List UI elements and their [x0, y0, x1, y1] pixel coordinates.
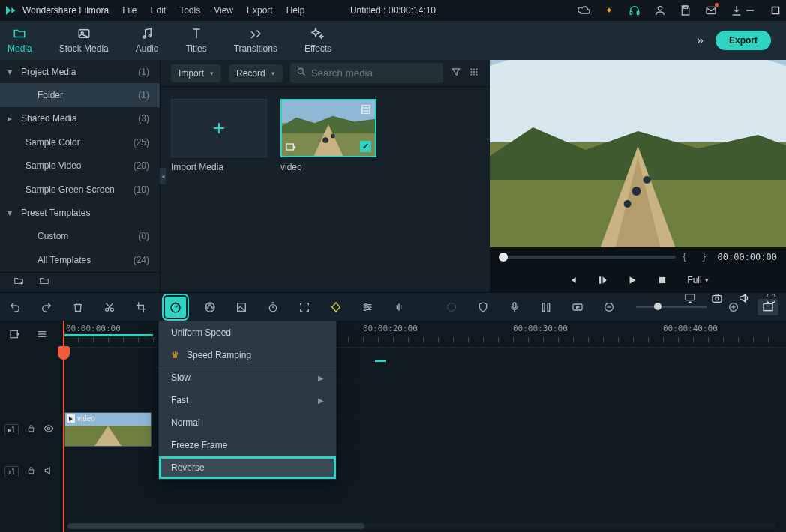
- marker-target-icon[interactable]: [444, 300, 459, 315]
- export-button[interactable]: Export: [716, 31, 771, 50]
- search-input[interactable]: [311, 67, 437, 79]
- play-pause-icon[interactable]: [597, 275, 608, 285]
- eye-icon[interactable]: [44, 423, 54, 436]
- render-icon[interactable]: [570, 300, 585, 315]
- scrollbar-thumb[interactable]: [68, 523, 364, 529]
- mic-icon[interactable]: [507, 300, 522, 315]
- speed-icon[interactable]: [165, 297, 186, 318]
- playhead-handle[interactable]: [58, 346, 70, 360]
- speed-menu-freeze[interactable]: Freeze Frame: [159, 434, 336, 456]
- menu-export[interactable]: Export: [247, 5, 273, 16]
- download-icon[interactable]: [730, 4, 742, 16]
- filter-icon[interactable]: [451, 67, 461, 79]
- collapse-handle[interactable]: ◂: [160, 168, 166, 184]
- seek-track[interactable]: [499, 256, 676, 259]
- tab-titles[interactable]: Titles: [185, 27, 206, 54]
- sidebar-item-shared-media[interactable]: ▸ Shared Media (3): [0, 107, 160, 130]
- timer-icon[interactable]: [266, 300, 280, 315]
- sidebar-item-sample-green-screen[interactable]: Sample Green Screen (10): [0, 178, 160, 201]
- menu-file[interactable]: File: [122, 5, 136, 16]
- timeline-scrollbar[interactable]: [68, 523, 776, 529]
- add-folder-icon[interactable]: [14, 276, 24, 288]
- speed-menu-uniform[interactable]: Uniform Speed: [159, 321, 336, 344]
- user-icon[interactable]: [654, 4, 666, 16]
- cloud-icon[interactable]: [578, 4, 590, 16]
- snapshot-icon[interactable]: [711, 292, 723, 304]
- menu-view[interactable]: View: [214, 5, 233, 16]
- zoom-knob[interactable]: [654, 303, 662, 310]
- window-maximize[interactable]: [771, 6, 780, 15]
- speed-menu-slow[interactable]: Slow ▶: [159, 366, 336, 389]
- volume-icon[interactable]: [738, 292, 750, 304]
- autoframe-icon[interactable]: [297, 300, 312, 315]
- audio-wave-icon[interactable]: [392, 300, 406, 315]
- adjust-icon[interactable]: [360, 300, 375, 315]
- sidebar-item-all-templates[interactable]: All Templates (24): [0, 248, 160, 271]
- sidebar-item-sample-video[interactable]: Sample Video (20): [0, 154, 160, 178]
- folder-icon[interactable]: [39, 276, 50, 288]
- tab-effects[interactable]: Effects: [304, 27, 332, 54]
- keyframe-icon[interactable]: [328, 300, 344, 315]
- menu-tools[interactable]: Tools: [179, 5, 200, 16]
- lock-icon[interactable]: [26, 423, 36, 435]
- window-minimize[interactable]: [746, 6, 754, 15]
- save-icon[interactable]: [680, 4, 692, 16]
- delete-icon[interactable]: [70, 300, 86, 315]
- import-dropdown[interactable]: Import ▾: [171, 64, 221, 82]
- play-icon[interactable]: [627, 275, 638, 285]
- sidebar-item-folder[interactable]: Folder (1): [0, 83, 160, 106]
- greenscreen-icon[interactable]: [234, 300, 249, 315]
- message-icon[interactable]: [705, 4, 717, 16]
- track-header-audio[interactable]: ♪1: [0, 454, 63, 489]
- preview-seekbar[interactable]: { } 00:00:00:00: [490, 247, 786, 267]
- headphones-icon[interactable]: [628, 4, 640, 16]
- quality-dropdown[interactable]: Full▾: [687, 275, 708, 285]
- menu-edit[interactable]: Edit: [151, 5, 166, 16]
- stop-icon[interactable]: [657, 275, 668, 285]
- redo-icon[interactable]: [39, 300, 54, 315]
- track-header-video[interactable]: ▸1: [0, 412, 63, 447]
- tab-stock-media[interactable]: Stock Media: [59, 27, 109, 54]
- more-tabs-icon[interactable]: »: [697, 34, 704, 47]
- sidebar-item-sample-color[interactable]: Sample Color (25): [0, 130, 160, 154]
- preview-viewport[interactable]: [490, 60, 786, 247]
- tab-transitions[interactable]: Transitions: [234, 27, 278, 54]
- prev-frame-icon[interactable]: [567, 275, 578, 285]
- timeline-clip-video[interactable]: video: [64, 412, 152, 447]
- undo-icon[interactable]: [8, 300, 22, 315]
- mixer-icon[interactable]: [538, 300, 554, 315]
- speaker-icon[interactable]: [44, 465, 54, 478]
- sidebar-item-custom[interactable]: Custom (0): [0, 225, 160, 248]
- import-media-tile[interactable]: +: [171, 99, 267, 157]
- display-icon[interactable]: [684, 292, 696, 304]
- seek-knob[interactable]: [499, 253, 508, 262]
- speed-menu-reverse[interactable]: Reverse: [159, 456, 336, 479]
- cut-icon[interactable]: [102, 300, 117, 315]
- tab-media[interactable]: Media: [8, 27, 32, 54]
- grid-view-icon[interactable]: [469, 67, 479, 79]
- speed-menu-fast[interactable]: Fast ▶: [159, 389, 336, 411]
- marker-shield-icon[interactable]: [476, 300, 490, 315]
- tab-audio[interactable]: Audio: [136, 27, 159, 54]
- speed-menu-ramping[interactable]: ♛ Speed Ramping: [159, 344, 336, 366]
- search-input-wrap[interactable]: [290, 63, 443, 83]
- sidebar-item-project-media[interactable]: ▾ Project Media (1): [0, 60, 160, 83]
- lock-icon[interactable]: [26, 465, 36, 477]
- record-dropdown[interactable]: Record ▾: [229, 64, 283, 82]
- sparkle-icon[interactable]: ✦: [603, 4, 615, 16]
- sidebar-item-preset-templates[interactable]: ▾ Preset Templates: [0, 201, 160, 224]
- color-icon[interactable]: [202, 300, 218, 315]
- zoom-slider[interactable]: [636, 306, 706, 308]
- fullscreen-icon[interactable]: [765, 292, 777, 304]
- mark-in-out[interactable]: { }: [682, 252, 712, 262]
- track-options-icon[interactable]: [36, 328, 48, 342]
- menu-help[interactable]: Help: [286, 5, 305, 16]
- zoom-out-icon[interactable]: [602, 300, 616, 315]
- media-item-video[interactable]: ✓ video: [280, 99, 376, 172]
- add-to-timeline-icon[interactable]: [285, 141, 297, 153]
- playhead[interactable]: [63, 321, 64, 532]
- crop-icon[interactable]: [134, 300, 148, 315]
- svg-point-37: [632, 187, 641, 196]
- speed-menu-normal[interactable]: Normal: [159, 411, 336, 434]
- track-manager-icon[interactable]: [9, 328, 21, 342]
